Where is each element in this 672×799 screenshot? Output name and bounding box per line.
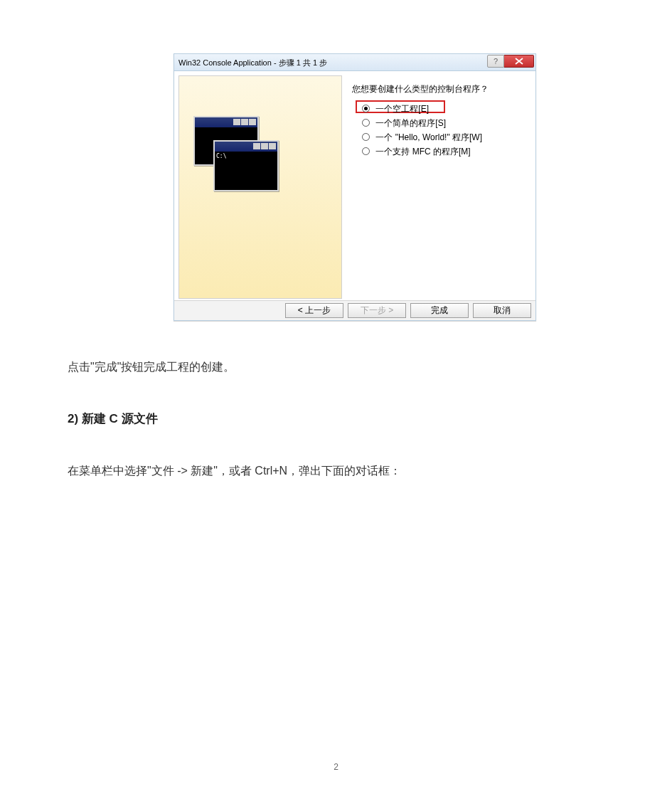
- radio-label: 一个支持 MFC 的程序[M]: [375, 147, 470, 157]
- radio-option-helloworld[interactable]: 一个 "Hello, World!" 程序[W]: [352, 129, 530, 144]
- dialog-body: C:\ 您想要创建什么类型的控制台程序？ 一个空工程[E] 一个简单的程序[S]: [174, 71, 535, 300]
- dialog-title: Win32 Console Application - 步骤 1 共 1 步: [178, 58, 327, 67]
- radio-option-empty[interactable]: 一个空工程[E]: [352, 101, 530, 115]
- page-number: 2: [0, 762, 672, 772]
- back-button[interactable]: < 上一步: [285, 303, 343, 318]
- console-prompt-text: C:\: [215, 152, 277, 161]
- radio-label: 一个 "Hello, World!" 程序[W]: [375, 132, 482, 142]
- radio-label: 一个简单的程序[S]: [375, 118, 446, 128]
- close-button[interactable]: [504, 55, 534, 68]
- radio-icon: [362, 105, 370, 112]
- dialog-button-bar: < 上一步 下一步 > 完成 取消: [174, 300, 535, 320]
- cancel-button[interactable]: 取消: [473, 303, 531, 318]
- paragraph-menu-new: 在菜单栏中选择"文件 -> 新建"，或者 Ctrl+N，弹出下面的对话框：: [68, 462, 401, 480]
- illustration-panel: C:\: [178, 75, 342, 299]
- console-mock-front: C:\: [213, 140, 279, 191]
- radio-option-simple[interactable]: 一个简单的程序[S]: [352, 115, 530, 129]
- radio-icon: [362, 133, 370, 141]
- wizard-dialog: Win32 Console Application - 步骤 1 共 1 步 ?…: [174, 53, 536, 321]
- options-prompt: 您想要创建什么类型的控制台程序？: [352, 81, 530, 97]
- radio-icon: [362, 119, 370, 127]
- radio-option-mfc[interactable]: 一个支持 MFC 的程序[M]: [352, 144, 530, 158]
- section-heading: 2) 新建 C 源文件: [68, 409, 158, 428]
- paragraph-click-finish: 点击"完成"按钮完成工程的创建。: [68, 358, 235, 376]
- radio-icon: [362, 147, 370, 155]
- radio-label: 一个空工程[E]: [375, 104, 429, 114]
- options-group: 您想要创建什么类型的控制台程序？ 一个空工程[E] 一个简单的程序[S] 一个 …: [352, 81, 530, 158]
- close-icon: [515, 58, 523, 65]
- help-button[interactable]: ?: [487, 55, 504, 68]
- next-button: 下一步 >: [348, 303, 406, 318]
- finish-button[interactable]: 完成: [410, 303, 469, 318]
- dialog-titlebar: Win32 Console Application - 步骤 1 共 1 步 ?: [174, 54, 535, 71]
